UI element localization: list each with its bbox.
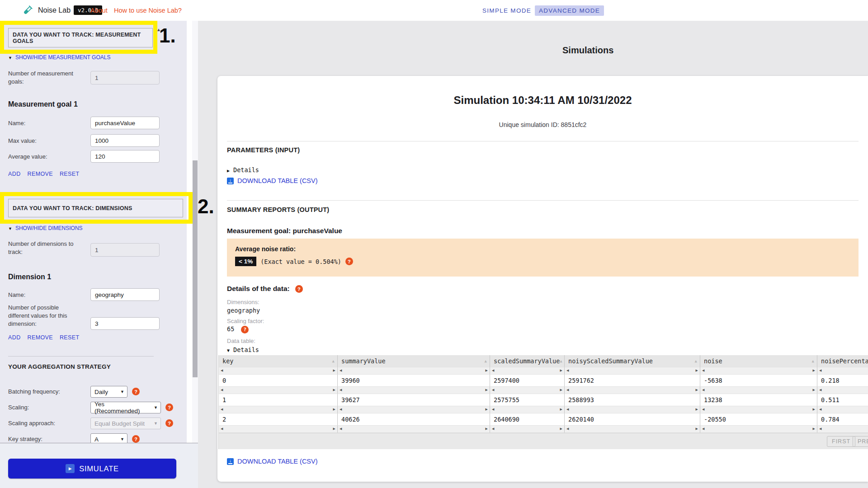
column-scroll-strip[interactable] [219, 425, 868, 433]
noise-ratio-label: Average noise ratio: [235, 245, 850, 253]
pagination-first-button[interactable]: FIRST [827, 436, 855, 447]
toggle-measurement-goals[interactable]: ▼SHOW/HIDE MEASUREMENT GOALS [8, 54, 110, 61]
goal-max-label: Max value: [8, 137, 76, 145]
column-header[interactable]: summaryValue▲ [338, 355, 490, 367]
scaling-factor-help-icon[interactable]: ? [241, 326, 249, 333]
batching-label: Batching frequency: [8, 388, 76, 396]
play-icon: ▶ [66, 464, 75, 473]
dim-values-value: 3 [95, 320, 99, 327]
approach-help-icon[interactable]: ? [165, 419, 173, 427]
divider [227, 200, 859, 201]
goal-avg-label: Average value: [8, 153, 76, 161]
summary-reports-header: SUMMARY REPORTS (OUTPUT) [227, 206, 329, 213]
parameters-details-toggle[interactable]: ▶Details [227, 166, 259, 174]
simple-mode-button[interactable]: SIMPLE MODE [478, 5, 535, 16]
scaling-select[interactable]: Yes (Recommended) ▼ [90, 402, 161, 413]
goal-name-input[interactable]: purchaseValue [90, 117, 160, 129]
dims-count-label: Number of dimensions to track: [8, 240, 76, 256]
approach-label: Scaling approach: [8, 419, 76, 427]
average-noise-box: Average noise ratio: < 1% (Exact value =… [227, 239, 859, 277]
goal-max-input[interactable]: 1000 [90, 134, 160, 147]
advanced-mode-button[interactable]: ADVANCED MODE [535, 5, 604, 16]
settings-sidebar: DATA YOU WANT TO TRACK: MEASUREMENT GOAL… [0, 21, 187, 488]
chevron-down-icon: ▼ [154, 405, 158, 410]
scaling-factor-number: 65 [227, 325, 234, 333]
annotation-1: 1. [159, 24, 176, 47]
simulations-title: Simulations [562, 45, 613, 56]
pagination-prev-button[interactable]: PREV [853, 436, 868, 447]
column-scroll-strip[interactable] [219, 367, 868, 375]
noise-help-icon[interactable]: ? [345, 258, 353, 265]
details-of-data-label: Details of the data: [227, 285, 290, 292]
goals-count-label: Number of measurement goals: [8, 70, 76, 86]
toggle-dimensions[interactable]: ▼SHOW/HIDE DIMENSIONS [8, 225, 83, 231]
triangle-down-icon: ▼ [227, 348, 230, 353]
download-table-top-link[interactable]: ↓ DOWNLOAD TABLE (CSV) [227, 177, 318, 184]
scaling-help-icon[interactable]: ? [165, 404, 173, 411]
nav-about-link[interactable]: About [90, 7, 108, 14]
dims-reset-button[interactable]: RESET [60, 334, 80, 341]
goals-section-header-label: DATA YOU WANT TO TRACK: MEASUREMENT GOAL… [13, 32, 152, 44]
dims-count-value: 1 [95, 247, 99, 253]
column-scroll-strip[interactable] [219, 406, 868, 413]
noise-exact-value: (Exact value = 0.504%) [260, 258, 341, 265]
table-details-toggle[interactable]: ▼Details [227, 346, 259, 353]
column-header[interactable]: noisePercentage▲ [817, 355, 868, 367]
column-header[interactable]: noisyScaledSummaryValue▲ [565, 355, 700, 367]
toggle-measurement-goals-label: SHOW/HIDE MEASUREMENT GOALS [15, 54, 110, 61]
download-table-bottom-link[interactable]: ↓ DOWNLOAD TABLE (CSV) [227, 458, 318, 465]
scrollbar-thumb[interactable] [193, 160, 198, 377]
goal-name-value: purchaseValue [95, 120, 135, 127]
dims-count-input: 1 [90, 243, 160, 257]
column-header[interactable]: noise▲ [700, 355, 817, 367]
test-tube-icon [22, 5, 33, 18]
chevron-down-icon: ▼ [154, 421, 158, 426]
dim-values-input[interactable]: 3 [90, 317, 160, 330]
goal-name-label: Name: [8, 119, 76, 127]
goals-remove-button[interactable]: REMOVE [27, 171, 53, 177]
table-row[interactable]: 039960 25974002591762 -56380.218 [219, 375, 868, 386]
sidebar-scrollbar[interactable] [192, 21, 198, 488]
simulation-heading: Simulation 10:34:11 AM 10/31/2022 [217, 94, 868, 107]
dims-remove-button[interactable]: REMOVE [27, 334, 53, 341]
sort-icon: ▲ [332, 359, 335, 363]
details-label: Details [233, 166, 259, 174]
download-table-bottom-label: DOWNLOAD TABLE (CSV) [237, 458, 318, 465]
key-strategy-value: A [94, 436, 99, 443]
goals-count-input: 1 [90, 71, 160, 84]
column-header[interactable]: scaledSummaryValue▲ [490, 355, 565, 367]
column-header[interactable]: key▲ [219, 355, 338, 367]
dim-name-input[interactable]: geography [90, 288, 160, 301]
measurement-goal-line: Measurement goal: purchaseValue [227, 227, 342, 235]
dim-values-label: Number of possible different values for … [8, 304, 78, 328]
annotation-2: 2. [198, 195, 214, 218]
simulate-button-label: SIMULATE [79, 465, 119, 473]
results-table: key▲ summaryValue▲ scaledSummaryValue▲ n… [218, 355, 868, 449]
goal-avg-input[interactable]: 120 [90, 150, 160, 163]
batching-select[interactable]: Daily ▼ [90, 386, 127, 398]
table-row[interactable]: 139627 25757552588993 132380.511 [219, 394, 868, 406]
scaling-label: Scaling: [8, 404, 76, 412]
key-strategy-help-icon[interactable]: ? [132, 435, 140, 443]
download-icon: ↓ [227, 178, 234, 184]
dim-name-label: Name: [8, 291, 76, 299]
goals-reset-button[interactable]: RESET [60, 171, 80, 177]
table-row[interactable]: 240626 26406902620140 -205500.784 [219, 413, 868, 425]
sort-icon: ▲ [560, 359, 562, 363]
dimensions-section-header: DATA YOU WANT TO TRACK: DIMENSIONS [8, 199, 183, 217]
details-help-icon[interactable]: ? [295, 285, 303, 293]
nav-how-to-link[interactable]: How to use Noise Lab? [114, 7, 182, 14]
column-scroll-strip[interactable] [219, 386, 868, 394]
goals-add-button[interactable]: ADD [8, 171, 21, 177]
parameters-header: PARAMETERS (INPUT) [227, 146, 300, 154]
batching-help-icon[interactable]: ? [132, 388, 140, 395]
table-header-row: key▲ summaryValue▲ scaledSummaryValue▲ n… [219, 355, 868, 367]
toggle-dimensions-label: SHOW/HIDE DIMENSIONS [15, 225, 83, 231]
app-title: Noise Lab [38, 6, 71, 14]
strategy-header: YOUR AGGREGATION STRATEGY [8, 363, 111, 370]
simulate-button[interactable]: ▶ SIMULATE [8, 459, 176, 479]
sort-icon: ▲ [812, 359, 814, 363]
download-icon: ↓ [227, 458, 234, 465]
simulation-id: Unique simulation ID: 8851cfc2 [217, 121, 868, 128]
dims-add-button[interactable]: ADD [8, 334, 21, 341]
